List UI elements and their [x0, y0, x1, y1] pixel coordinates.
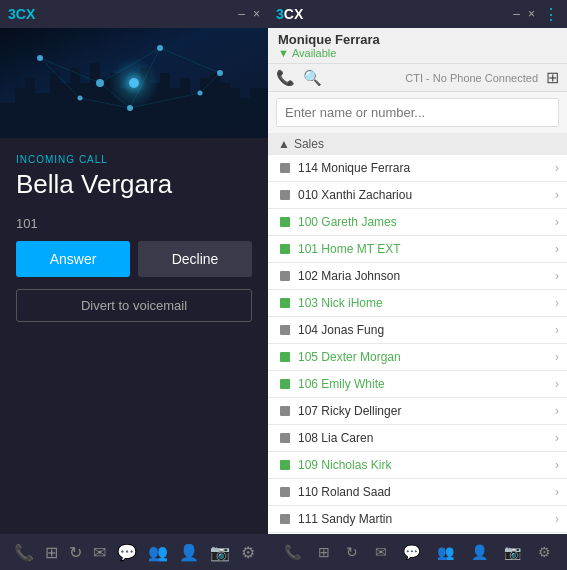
- refresh-icon[interactable]: ↻: [69, 543, 82, 562]
- chevron-right-icon: ›: [555, 350, 559, 364]
- contact-item-jonas[interactable]: 104 Jonas Fung ›: [268, 317, 567, 344]
- chat-icon[interactable]: 💬: [117, 543, 137, 562]
- status-indicator: [280, 460, 290, 470]
- decline-button[interactable]: Decline: [138, 241, 252, 277]
- contact-name: 114 Monique Ferrara: [298, 161, 555, 175]
- status-indicator: [280, 163, 290, 173]
- contact-name: 107 Ricky Dellinger: [298, 404, 555, 418]
- right-minimize-button[interactable]: –: [513, 7, 520, 21]
- video-icon[interactable]: 📷: [210, 543, 230, 562]
- call-number: 101: [0, 216, 268, 241]
- hero-banner: [0, 28, 268, 138]
- svg-point-18: [127, 105, 133, 111]
- minimize-button[interactable]: –: [238, 7, 245, 21]
- status-indicator: [280, 487, 290, 497]
- answer-button[interactable]: Answer: [16, 241, 130, 277]
- left-logo: 3CX: [8, 6, 35, 22]
- cti-status-label: CTI - No Phone Connected: [405, 72, 538, 84]
- right-mail-icon[interactable]: ✉: [375, 544, 387, 560]
- search-action-icon[interactable]: 🔍: [303, 69, 322, 87]
- contact-name: 102 Maria Johnson: [298, 269, 555, 283]
- chevron-right-icon: ›: [555, 404, 559, 418]
- status-indicator: [280, 244, 290, 254]
- chevron-right-icon: ›: [555, 377, 559, 391]
- chevron-right-icon: ›: [555, 161, 559, 175]
- call-buttons-group: Answer Decline: [0, 241, 268, 289]
- search-input[interactable]: [277, 99, 558, 126]
- user-status-label: ▼ Available: [278, 47, 557, 59]
- contacts-icon[interactable]: 👥: [148, 543, 168, 562]
- group-label: Sales: [294, 137, 324, 151]
- phone-icon[interactable]: 📞: [14, 543, 34, 562]
- status-indicator: [280, 190, 290, 200]
- svg-point-14: [96, 79, 104, 87]
- right-phone-icon[interactable]: 📞: [284, 544, 301, 560]
- contact-item-emily[interactable]: 106 Emily White ›: [268, 371, 567, 398]
- chevron-right-icon: ›: [555, 512, 559, 526]
- contact-item-dexter[interactable]: 105 Dexter Morgan ›: [268, 344, 567, 371]
- right-refresh-icon[interactable]: ↻: [346, 544, 358, 560]
- actions-bar: 📞 🔍 CTI - No Phone Connected ⊞: [268, 64, 567, 92]
- status-indicator: [280, 379, 290, 389]
- voicemail-button[interactable]: Divert to voicemail: [16, 289, 252, 322]
- user-display-name: Monique Ferrara: [278, 32, 557, 47]
- status-indicator: [280, 217, 290, 227]
- contact-name: 010 Xanthi Zachariou: [298, 188, 555, 202]
- status-indicator: [280, 433, 290, 443]
- contact-item-xanthi[interactable]: 010 Xanthi Zachariou ›: [268, 182, 567, 209]
- user-info: Monique Ferrara ▼ Available: [278, 32, 557, 59]
- status-indicator: [280, 298, 290, 308]
- chevron-right-icon: ›: [555, 458, 559, 472]
- right-logo: 3CX: [276, 6, 303, 22]
- contact-item-lia[interactable]: 108 Lia Caren ›: [268, 425, 567, 452]
- search-box[interactable]: [276, 98, 559, 127]
- settings-icon[interactable]: ⚙: [241, 543, 255, 562]
- svg-point-19: [198, 91, 203, 96]
- svg-point-17: [78, 96, 83, 101]
- right-title-controls: – × ⋮: [513, 5, 559, 24]
- contact-name: 106 Emily White: [298, 377, 555, 391]
- left-bottom-bar: 📞 ⊞ ↻ ✉ 💬 👥 👤 📷 ⚙: [0, 534, 268, 570]
- dialpad-icon[interactable]: ⊞: [45, 543, 58, 562]
- contact-item-nicholas[interactable]: 109 Nicholas Kirk ›: [268, 452, 567, 479]
- right-bottom-bar: 📞 ⊞ ↻ ✉ 💬 👥 👤 📷 ⚙: [268, 534, 567, 570]
- right-person-icon[interactable]: 👤: [471, 544, 488, 560]
- user-status-bar: Monique Ferrara ▼ Available: [268, 28, 567, 64]
- contact-name: 103 Nick iHome: [298, 296, 555, 310]
- right-close-button[interactable]: ×: [528, 7, 535, 21]
- left-titlebar: 3CX – ×: [0, 0, 268, 28]
- contact-item-ricky[interactable]: 107 Ricky Dellinger ›: [268, 398, 567, 425]
- right-settings-icon[interactable]: ⚙: [538, 544, 551, 560]
- right-chat-icon[interactable]: 💬: [403, 544, 420, 560]
- right-contacts-icon[interactable]: 👥: [437, 544, 454, 560]
- svg-point-15: [157, 45, 163, 51]
- svg-point-20: [129, 78, 139, 88]
- contact-name: 110 Roland Saad: [298, 485, 555, 499]
- incoming-call-label: INCOMING CALL: [0, 138, 268, 169]
- contact-item-sandy[interactable]: 111 Sandy Martin ›: [268, 506, 567, 533]
- contact-item-nick[interactable]: 103 Nick iHome ›: [268, 290, 567, 317]
- group-collapse-icon[interactable]: ▲: [278, 137, 290, 151]
- phone-action-icon[interactable]: 📞: [276, 69, 295, 87]
- right-video-icon[interactable]: 📷: [504, 544, 521, 560]
- status-indicator: [280, 325, 290, 335]
- contact-item-roland[interactable]: 110 Roland Saad ›: [268, 479, 567, 506]
- person-icon[interactable]: 👤: [179, 543, 199, 562]
- right-dialpad-icon[interactable]: ⊞: [318, 544, 330, 560]
- mail-icon[interactable]: ✉: [93, 543, 106, 562]
- contact-name: 109 Nicholas Kirk: [298, 458, 555, 472]
- svg-point-13: [37, 55, 43, 61]
- close-button[interactable]: ×: [253, 7, 260, 21]
- right-panel: 3CX – × ⋮ Monique Ferrara ▼ Available 📞 …: [268, 0, 567, 570]
- grid-view-icon[interactable]: ⊞: [546, 68, 559, 87]
- more-options-icon[interactable]: ⋮: [543, 5, 559, 24]
- contact-item-monique[interactable]: 114 Monique Ferrara ›: [268, 155, 567, 182]
- contact-item-home-ext[interactable]: 101 Home MT EXT ›: [268, 236, 567, 263]
- chevron-right-icon: ›: [555, 269, 559, 283]
- contact-item-maria[interactable]: 102 Maria Johnson ›: [268, 263, 567, 290]
- chevron-right-icon: ›: [555, 242, 559, 256]
- contact-name: 108 Lia Caren: [298, 431, 555, 445]
- chevron-right-icon: ›: [555, 296, 559, 310]
- left-title-controls: – ×: [238, 7, 260, 21]
- contact-item-gareth[interactable]: 100 Gareth James ›: [268, 209, 567, 236]
